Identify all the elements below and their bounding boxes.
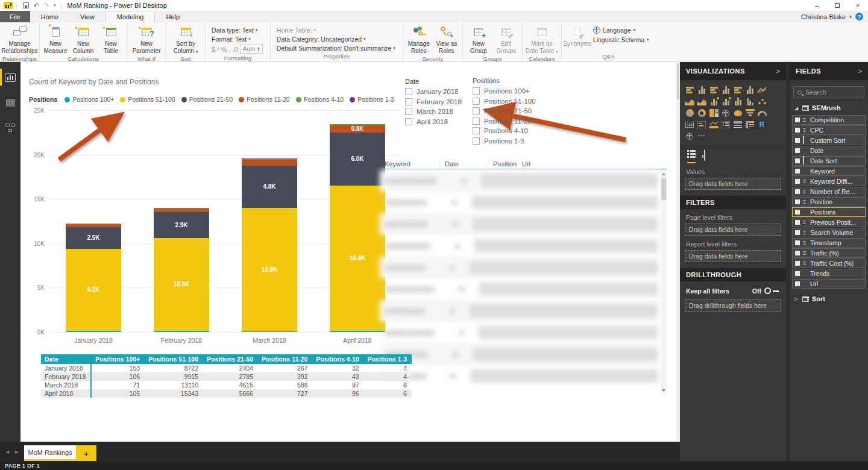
- field-item-trends[interactable]: Trends: [792, 269, 866, 278]
- collapse-ribbon-icon[interactable]: ▾: [849, 14, 852, 19]
- matrix-icon[interactable]: [744, 119, 756, 130]
- sort-by-column-button[interactable]: ↓ Sort by Column ▾: [169, 24, 203, 54]
- field-checkbox-icon[interactable]: [795, 138, 800, 143]
- field-item-competition[interactable]: ΣCompetition: [792, 115, 866, 125]
- field-item-cpc[interactable]: ΣCPC: [792, 125, 866, 135]
- checkbox-icon[interactable]: [473, 127, 480, 134]
- arcgis-map-icon[interactable]: [684, 130, 696, 142]
- field-checkbox-icon[interactable]: [795, 169, 800, 174]
- multi-row-card-icon[interactable]: [696, 119, 708, 130]
- field-checkbox-icon[interactable]: [795, 210, 800, 215]
- field-checkbox-icon[interactable]: [795, 148, 800, 153]
- clustered-bar-chart-icon[interactable]: [708, 84, 720, 96]
- bar-segment[interactable]: 4.8K: [242, 166, 297, 208]
- redo-icon[interactable]: ↷: [44, 2, 49, 9]
- treemap-icon[interactable]: [708, 107, 720, 119]
- field-checkbox-icon[interactable]: [795, 158, 800, 163]
- tab-modeling[interactable]: Modeling: [105, 11, 156, 22]
- checkbox-icon[interactable]: [473, 118, 480, 125]
- minimize-button[interactable]: –: [807, 0, 827, 11]
- comma-format-button[interactable]: ,: [228, 46, 230, 53]
- fields-header[interactable]: FIELDS >: [790, 62, 868, 80]
- slicer-item[interactable]: Positions 51-100: [473, 98, 536, 105]
- detail-column-header[interactable]: Url: [517, 158, 667, 169]
- legend-item[interactable]: Positions 21-50: [181, 96, 233, 103]
- summary-column-header[interactable]: Date: [41, 354, 91, 364]
- decimal-places-icon[interactable]: .0: [233, 46, 238, 53]
- field-item-date-sort[interactable]: Date Sort: [792, 156, 866, 166]
- model-view-button[interactable]: [0, 118, 20, 138]
- tab-file[interactable]: File: [0, 11, 30, 22]
- currency-format-button[interactable]: $: [212, 46, 215, 53]
- field-item-keyword-diffi[interactable]: ΣKeyword Diffi...: [792, 177, 866, 186]
- checkbox-icon[interactable]: [405, 108, 412, 115]
- stacked-bar[interactable]: 16.4K6.0K0.8K: [330, 124, 385, 332]
- tab-view[interactable]: View: [69, 11, 105, 22]
- legend-item[interactable]: Positions 11-20: [239, 96, 290, 103]
- data-view-button[interactable]: [0, 92, 20, 113]
- slicer-item[interactable]: January 2018: [405, 88, 462, 95]
- funnel-icon[interactable]: [744, 107, 756, 119]
- field-item-timestamp[interactable]: ΣTimestamp: [792, 238, 866, 248]
- donut-chart-icon[interactable]: [696, 107, 708, 119]
- scrollbar-thumb[interactable]: [661, 178, 666, 200]
- close-button[interactable]: ×: [848, 0, 868, 11]
- pie-chart-icon[interactable]: [684, 107, 696, 119]
- field-checkbox-icon[interactable]: [795, 118, 800, 122]
- field-item-url[interactable]: Url: [792, 279, 866, 289]
- undo-icon[interactable]: ↶: [34, 2, 39, 9]
- bar-segment[interactable]: [242, 160, 297, 166]
- field-checkbox-icon[interactable]: [795, 199, 800, 204]
- field-item-number-of-re[interactable]: ΣNumber of Re...: [792, 187, 866, 196]
- bar-segment[interactable]: 10.5K: [154, 238, 209, 331]
- bar-segment[interactable]: 0.8K: [330, 125, 385, 133]
- bar-segment[interactable]: 2.9K: [154, 212, 209, 238]
- bar-segment[interactable]: 6.0K: [330, 133, 385, 186]
- new-table-button[interactable]: * New Table: [98, 24, 124, 54]
- summary-column-header[interactable]: Positions 21-50: [203, 354, 258, 364]
- sort-table-row[interactable]: ▷ Sort: [790, 289, 868, 306]
- field-item-date[interactable]: Date: [792, 146, 866, 155]
- add-page-button[interactable]: +: [76, 445, 96, 461]
- format-dropdown[interactable]: Format: Text▾: [212, 36, 263, 43]
- ribbon-chart-icon[interactable]: [732, 96, 744, 107]
- report-view-button[interactable]: [0, 67, 20, 87]
- bar-segment[interactable]: 2.5K: [66, 227, 121, 249]
- values-drop-zone[interactable]: Drag data fields here: [685, 178, 781, 190]
- kpi-icon[interactable]: [708, 119, 720, 130]
- detail-column-header[interactable]: Date: [440, 158, 488, 169]
- summary-column-header[interactable]: Positions 51-100: [145, 354, 203, 364]
- legend-item[interactable]: Positions 1-3: [350, 96, 394, 103]
- report-filters-drop-zone[interactable]: Drag data fields here: [685, 250, 781, 262]
- detail-table-scrollbar[interactable]: [661, 170, 667, 395]
- stacked-bar[interactable]: 10.5K2.9K: [154, 208, 209, 332]
- date-slicer[interactable]: Date January 2018February 2018March 2018…: [405, 78, 462, 128]
- checkbox-icon[interactable]: [473, 107, 480, 114]
- summary-matrix[interactable]: DatePositions 100+Positions 51-100Positi…: [41, 354, 412, 398]
- new-column-button[interactable]: * New Column: [70, 24, 96, 54]
- bar-segment[interactable]: [154, 331, 209, 332]
- checkbox-icon[interactable]: [405, 88, 412, 95]
- tab-home[interactable]: Home: [30, 11, 69, 22]
- field-checkbox-icon[interactable]: [795, 189, 800, 194]
- next-page-icon[interactable]: ▸: [15, 448, 18, 455]
- positions-slicer[interactable]: Positions Positions 100+Positions 51-100…: [473, 77, 536, 147]
- slicer-item[interactable]: April 2018: [405, 118, 462, 125]
- field-item-traffic[interactable]: ΣTraffic (%): [792, 248, 866, 258]
- keep-all-filters-toggle[interactable]: [764, 287, 780, 295]
- summary-row[interactable]: March 201871131104615586976: [41, 381, 412, 389]
- summary-row[interactable]: January 201815387222404267324: [41, 364, 412, 372]
- slicer-icon[interactable]: [720, 119, 732, 130]
- summary-column-header[interactable]: Positions 4-10: [312, 354, 363, 364]
- field-item-position[interactable]: ΣPosition: [792, 197, 866, 207]
- new-group-button[interactable]: + New Group: [465, 24, 492, 54]
- stacked-bar[interactable]: 9.2K2.5K: [66, 224, 121, 332]
- page-filters-drop-zone[interactable]: Drag data fields here: [685, 224, 781, 236]
- field-checkbox-icon[interactable]: [795, 271, 800, 276]
- legend-item[interactable]: Positions 100+: [64, 96, 114, 103]
- checkbox-icon[interactable]: [473, 87, 480, 95]
- legend-item[interactable]: Positions 51-100: [120, 96, 175, 103]
- default-summarization-dropdown[interactable]: Default Summarization: Don't summarize▾: [277, 45, 395, 52]
- more-options-icon[interactable]: ···: [696, 130, 708, 142]
- line-clustered-column-chart-icon[interactable]: [720, 96, 732, 107]
